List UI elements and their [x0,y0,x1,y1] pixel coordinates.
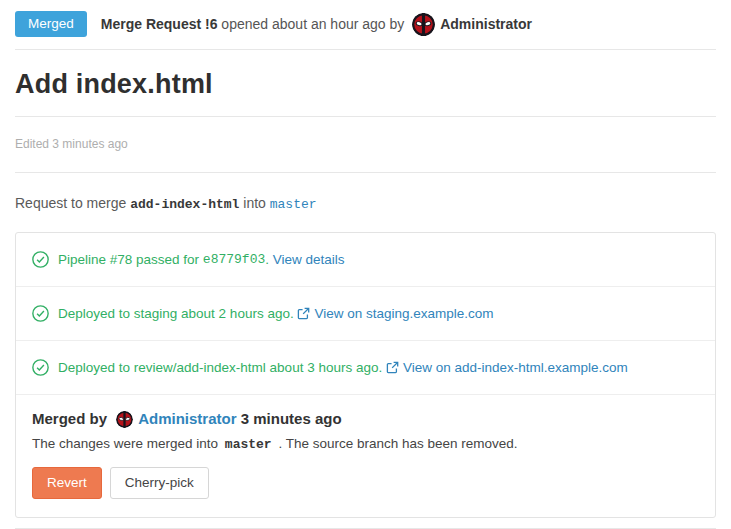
author-avatar[interactable] [412,13,435,36]
view-on-review-link[interactable]: View on add-index-html.example.com [386,360,628,375]
merger-avatar[interactable] [116,411,133,428]
merged-by-prefix: Merged by [32,410,111,427]
deployment-link-text: View on add-index-html.example.com [403,360,628,375]
deployment-row-staging: Deployed to staging about 2 hours ago. V… [16,287,715,341]
source-branch-label: add-index-html [130,197,239,212]
request-to-merge-line: Request to merge add-index-html into mas… [15,173,716,232]
merge-request-page: Merged Merge Request !6 opened about an … [0,0,731,529]
merger-name-link[interactable]: Administrator [138,410,236,427]
merged-by-heading: Merged by Administrator 3 minutes ago [32,410,699,427]
merge-status-badge: Merged [15,11,87,37]
pipeline-commit-sha: e8779f03 [203,252,265,267]
avatar-image [412,13,435,36]
merged-body-suffix: . The source branch has been removed. [275,436,518,451]
check-circle-icon [32,305,49,322]
merged-actions: Revert Cherry-pick [32,467,699,499]
target-branch-link[interactable]: master [270,197,317,212]
request-into: into [239,195,269,211]
mr-reference: Merge Request !6 [101,16,218,32]
mr-header: Merged Merge Request !6 opened about an … [15,0,716,50]
view-details-link[interactable]: View details [273,252,345,267]
check-circle-icon [32,359,49,376]
cherry-pick-button[interactable]: Cherry-pick [110,467,209,499]
external-link-icon [297,307,310,320]
pipeline-status-row: Pipeline #78 passed for e8779f03. View d… [16,233,715,287]
mr-header-summary: Merge Request !6 opened about an hour ag… [101,13,532,36]
external-link-icon [386,361,399,374]
merged-by-section: Merged by Administrator 3 minutes ago Th… [16,395,715,517]
view-on-staging-link[interactable]: View on staging.example.com [297,306,493,321]
deployment-link-text: View on staging.example.com [314,306,493,321]
check-circle-icon [32,251,49,268]
merged-target-branch: master [225,437,272,452]
avatar-image [116,411,133,428]
merged-body-text: The changes were merged into master . Th… [32,436,699,452]
edited-timestamp: Edited 3 minutes ago [15,117,716,173]
pipeline-separator: . [265,252,273,267]
merged-body-prefix: The changes were merged into [32,436,222,451]
author-name-link[interactable]: Administrator [440,16,532,32]
request-prefix: Request to merge [15,195,130,211]
pipeline-text: Pipeline #78 passed for [58,252,203,267]
deployment-text: Deployed to review/add-index-html about … [58,360,386,375]
deployment-row-review: Deployed to review/add-index-html about … [16,341,715,395]
mr-title: Add index.html [15,50,716,117]
deployment-text: Deployed to staging about 2 hours ago. [58,306,297,321]
mr-opened-text: opened about an hour ago by [217,16,408,32]
mr-status-widget: Pipeline #78 passed for e8779f03. View d… [15,232,716,518]
merged-time: 3 minutes ago [237,410,342,427]
revert-button[interactable]: Revert [32,467,102,499]
